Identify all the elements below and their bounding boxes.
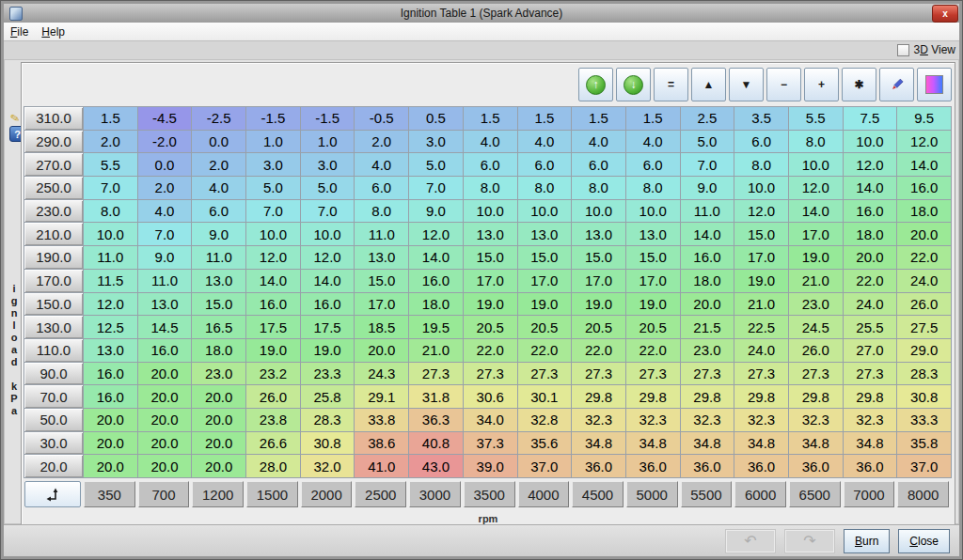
table-cell[interactable]: 21.0 — [734, 293, 788, 316]
table-cell[interactable]: 11.0 — [355, 223, 408, 245]
row-header-button[interactable]: 230.0 — [24, 200, 83, 223]
table-cell[interactable]: 21.5 — [681, 316, 734, 338]
table-cell[interactable]: 12.0 — [409, 223, 463, 245]
table-cell[interactable]: 20.0 — [192, 385, 245, 408]
table-cell[interactable]: -2.5 — [192, 107, 245, 130]
shift-values-up-button[interactable]: ↑ — [578, 68, 613, 101]
window-close-button[interactable]: x — [932, 5, 958, 23]
color-gradient-button[interactable] — [917, 68, 952, 101]
table-cell[interactable]: 15.0 — [626, 246, 680, 269]
column-header-button[interactable]: 3000 — [409, 481, 461, 507]
table-cell[interactable]: 17.0 — [518, 270, 572, 292]
title-bar[interactable]: Ignition Table 1 (Spark Advance) x — [4, 4, 959, 23]
table-cell[interactable]: 14.0 — [681, 223, 734, 245]
table-cell[interactable]: 12.0 — [734, 200, 788, 223]
table-cell[interactable]: 20.5 — [518, 316, 572, 338]
row-header-button[interactable]: 310.0 — [24, 107, 83, 130]
table-cell[interactable]: 10.0 — [246, 223, 300, 245]
table-cell[interactable]: 1.5 — [626, 107, 680, 130]
table-cell[interactable]: 29.8 — [844, 385, 897, 408]
table-cell[interactable]: 20.0 — [138, 363, 192, 385]
table-cell[interactable]: 22.0 — [572, 339, 625, 362]
table-cell[interactable]: 29.0 — [897, 339, 951, 362]
table-cell[interactable]: 18.0 — [409, 293, 463, 316]
table-cell[interactable]: 29.8 — [734, 385, 788, 408]
table-cell[interactable]: 22.0 — [897, 246, 951, 269]
table-cell[interactable]: 12.5 — [84, 316, 137, 338]
table-cell[interactable]: 1.5 — [464, 107, 517, 130]
table-cell[interactable]: 8.0 — [734, 153, 788, 176]
table-cell[interactable]: 26.0 — [897, 293, 951, 316]
table-cell[interactable]: 11.0 — [138, 270, 192, 292]
table-cell[interactable]: 27.3 — [681, 363, 734, 385]
table-cell[interactable]: 2.5 — [681, 107, 734, 130]
table-cell[interactable]: -2.0 — [138, 131, 192, 153]
column-header-button[interactable]: 700 — [138, 481, 190, 507]
table-cell[interactable]: 39.0 — [464, 455, 517, 477]
table-cell[interactable]: 26.0 — [789, 339, 843, 362]
table-cell[interactable]: 24.0 — [844, 293, 897, 316]
table-cell[interactable]: 36.0 — [681, 455, 734, 477]
table-cell[interactable]: 11.0 — [681, 200, 734, 223]
column-header-button[interactable]: 2000 — [301, 481, 353, 507]
column-header-button[interactable]: 8000 — [897, 481, 949, 507]
table-cell[interactable]: 32.0 — [301, 455, 355, 477]
table-cell[interactable]: 15.0 — [464, 246, 517, 269]
multiply-button[interactable]: ✱ — [842, 68, 876, 101]
table-cell[interactable]: 13.0 — [464, 223, 517, 245]
table-cell[interactable]: 13.0 — [138, 293, 192, 316]
swap-axes-button[interactable] — [24, 481, 81, 507]
column-header-button[interactable]: 7000 — [844, 481, 895, 507]
column-header-button[interactable]: 5000 — [626, 481, 678, 507]
table-cell[interactable]: 36.0 — [844, 455, 897, 477]
table-cell[interactable]: 20.0 — [138, 409, 192, 431]
table-cell[interactable]: -0.5 — [355, 107, 408, 130]
table-cell[interactable]: 20.0 — [84, 409, 137, 431]
table-cell[interactable]: 22.0 — [518, 339, 572, 362]
table-cell[interactable]: 6.0 — [626, 153, 680, 176]
table-cell[interactable]: 7.0 — [246, 200, 300, 223]
table-cell[interactable]: 34.8 — [734, 432, 788, 455]
table-cell[interactable]: 10.0 — [301, 223, 355, 245]
column-header-button[interactable]: 1200 — [192, 481, 244, 507]
table-cell[interactable]: 11.5 — [84, 270, 137, 292]
table-cell[interactable]: 2.0 — [84, 131, 137, 153]
table-cell[interactable]: 23.0 — [192, 363, 245, 385]
row-header-button[interactable]: 70.0 — [24, 385, 83, 408]
increment-button[interactable]: ▲ — [691, 68, 726, 101]
table-cell[interactable]: 5.0 — [409, 153, 463, 176]
table-cell[interactable]: 35.6 — [518, 432, 572, 455]
table-cell[interactable]: 23.0 — [789, 293, 843, 316]
menu-file[interactable]: File — [4, 23, 35, 40]
table-cell[interactable]: 17.0 — [464, 270, 517, 292]
table-cell[interactable]: 28.3 — [897, 363, 951, 385]
table-cell[interactable]: 14.0 — [301, 270, 355, 292]
table-cell[interactable]: 36.0 — [572, 455, 625, 477]
table-cell[interactable]: 7.0 — [84, 177, 137, 199]
table-cell[interactable]: 27.3 — [518, 363, 572, 385]
table-cell[interactable]: 18.0 — [844, 223, 897, 245]
table-cell[interactable]: 20.0 — [84, 432, 137, 455]
table-cell[interactable]: 5.5 — [84, 153, 137, 176]
table-cell[interactable]: 34.0 — [464, 409, 517, 431]
table-cell[interactable]: 8.0 — [626, 177, 680, 199]
table-cell[interactable]: 32.3 — [734, 409, 788, 431]
table-cell[interactable]: 19.0 — [301, 339, 355, 362]
subtract-button[interactable]: − — [766, 68, 801, 101]
row-header-button[interactable]: 210.0 — [24, 223, 83, 245]
table-cell[interactable]: 8.0 — [355, 200, 408, 223]
redo-button[interactable]: ↷ — [784, 529, 835, 553]
table-cell[interactable]: 8.0 — [789, 131, 843, 153]
table-cell[interactable]: 35.8 — [897, 432, 951, 455]
table-cell[interactable]: 1.0 — [301, 131, 355, 153]
table-cell[interactable]: 1.0 — [246, 131, 300, 153]
table-cell[interactable]: 29.8 — [572, 385, 625, 408]
row-header-button[interactable]: 250.0 — [24, 177, 83, 199]
table-cell[interactable]: 10.0 — [84, 223, 137, 245]
table-cell[interactable]: 16.0 — [84, 385, 137, 408]
table-cell[interactable]: 10.0 — [518, 200, 572, 223]
table-cell[interactable]: 18.0 — [681, 270, 734, 292]
row-header-button[interactable]: 20.0 — [24, 455, 83, 477]
table-cell[interactable]: 13.0 — [355, 246, 408, 269]
table-cell[interactable]: 19.0 — [464, 293, 517, 316]
